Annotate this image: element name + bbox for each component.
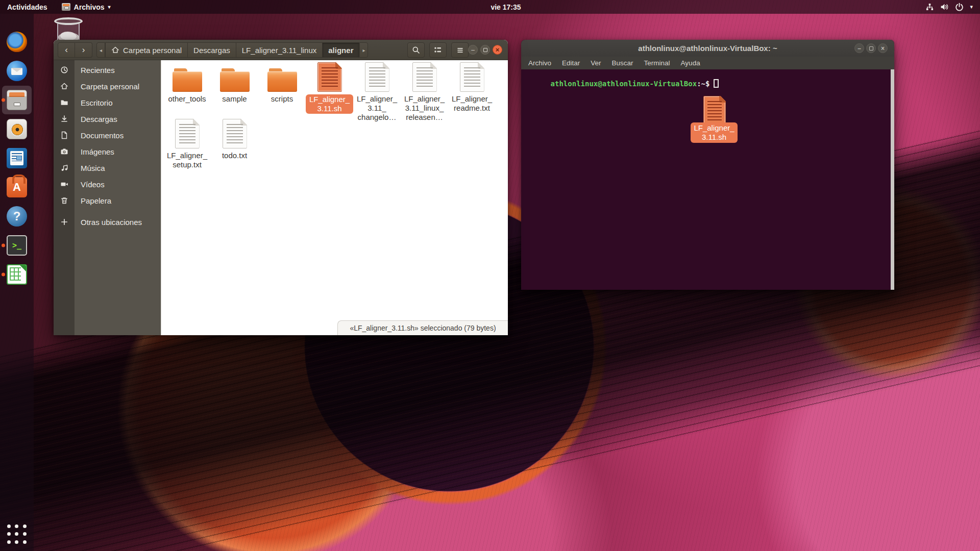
text-file-icon bbox=[365, 62, 389, 92]
volume-icon bbox=[940, 3, 949, 11]
dragged-file-label: LF_aligner_ 3.11.sh bbox=[691, 122, 738, 143]
folder-icon bbox=[220, 68, 250, 92]
shell-prompt: athlonlinux@athlonlinux-VirtualBox:~$ bbox=[525, 71, 719, 96]
sidebar-item-descargas[interactable]: Descargas bbox=[54, 111, 161, 127]
document-icon bbox=[54, 131, 75, 139]
terminal-title: athlonlinux@athlonlinux-VirtualBox: ~ bbox=[638, 44, 777, 53]
home-icon bbox=[111, 46, 119, 54]
text-file-icon bbox=[412, 62, 437, 92]
home-icon bbox=[54, 82, 75, 90]
close-button[interactable]: × bbox=[493, 45, 502, 55]
file-item-setup[interactable]: LF_aligner_ setup.txt bbox=[163, 119, 211, 169]
libreoffice-calc-icon bbox=[7, 264, 27, 285]
sidebar-item-carpeta-personal[interactable]: Carpeta personal bbox=[54, 78, 161, 94]
show-applications-button[interactable] bbox=[6, 523, 28, 545]
status-bar: «LF_aligner_3.11.sh» seleccionado (79 by… bbox=[337, 320, 508, 335]
clock[interactable]: vie 17:35 bbox=[491, 0, 521, 14]
activities-button[interactable]: Actividades bbox=[0, 0, 55, 14]
menu-terminal[interactable]: Terminal bbox=[644, 59, 670, 67]
app-menu-label: Archivos bbox=[74, 3, 105, 11]
dock-item-libreoffice-calc[interactable] bbox=[5, 262, 29, 287]
breadcrumb-lf-aligner-folder[interactable]: LF_aligner_3.11_linux bbox=[236, 42, 323, 58]
file-item-sample[interactable]: sample bbox=[211, 62, 258, 104]
file-item-lf-aligner-sh-selected[interactable]: LF_aligner_ 3.11.sh bbox=[306, 62, 353, 114]
music-note-icon bbox=[54, 164, 75, 172]
folder-icon bbox=[267, 68, 297, 92]
dock: A ? >_ bbox=[0, 14, 34, 551]
files-app-icon bbox=[62, 3, 70, 11]
terminal-scrollbar[interactable] bbox=[891, 69, 894, 290]
back-button[interactable]: ‹ bbox=[58, 42, 75, 58]
rhythmbox-icon bbox=[7, 119, 27, 139]
minimize-button[interactable]: – bbox=[468, 45, 478, 55]
breadcrumb-home[interactable]: Carpeta personal bbox=[105, 42, 188, 58]
sidebar-item-imagenes[interactable]: Imágenes bbox=[54, 143, 161, 160]
dock-item-files[interactable] bbox=[5, 88, 29, 112]
forward-button[interactable]: › bbox=[75, 42, 92, 58]
close-button[interactable]: × bbox=[878, 43, 888, 53]
sidebar-item-papelera[interactable]: Papelera bbox=[54, 192, 161, 209]
sidebar-item-musica[interactable]: Música bbox=[54, 160, 161, 176]
terminal-titlebar[interactable]: athlonlinux@athlonlinux-VirtualBox: ~ – … bbox=[521, 40, 894, 57]
file-item-readme[interactable]: LF_aligner_ readme.txt bbox=[448, 62, 496, 113]
dock-item-terminal[interactable]: >_ bbox=[5, 233, 29, 258]
path-scroll-right-button[interactable]: ▸ bbox=[359, 42, 368, 58]
terminal-content[interactable]: athlonlinux@athlonlinux-VirtualBox:~$ LF… bbox=[521, 69, 894, 290]
sidebar-item-otras-ubicaciones[interactable]: Otras ubicaciones bbox=[54, 214, 161, 230]
plus-icon bbox=[54, 218, 75, 226]
dock-item-thunderbird[interactable] bbox=[5, 59, 29, 83]
files-headerbar: ‹ › ◂ Carpeta personal Descargas LF_alig… bbox=[54, 40, 508, 60]
power-icon bbox=[955, 3, 964, 11]
files-window: ‹ › ◂ Carpeta personal Descargas LF_alig… bbox=[54, 40, 508, 335]
terminal-cursor bbox=[714, 79, 719, 88]
thunderbird-icon bbox=[7, 61, 27, 81]
folder-icon bbox=[54, 98, 75, 107]
dock-item-libreoffice-writer[interactable] bbox=[5, 146, 29, 170]
window-menu-button[interactable] bbox=[451, 42, 469, 58]
path-scroll-left-button[interactable]: ◂ bbox=[96, 42, 105, 58]
chevron-down-icon: ▾ bbox=[108, 4, 111, 10]
dock-item-ubuntu-software[interactable]: A bbox=[5, 175, 29, 199]
breadcrumb-descargas[interactable]: Descargas bbox=[188, 42, 236, 58]
file-item-releasenotes[interactable]: LF_aligner_ 3.11_linux_ releasen… bbox=[401, 62, 448, 122]
maximize-button[interactable] bbox=[866, 43, 876, 53]
sidebar-item-documentos[interactable]: Documentos bbox=[54, 127, 161, 143]
file-item-scripts[interactable]: scripts bbox=[258, 62, 306, 104]
sidebar-item-recientes[interactable]: Recientes bbox=[54, 62, 161, 78]
trash-icon bbox=[54, 196, 75, 205]
menu-buscar[interactable]: Buscar bbox=[612, 59, 633, 67]
libreoffice-writer-icon bbox=[7, 148, 27, 168]
hamburger-menu-icon bbox=[456, 46, 464, 54]
text-file-icon bbox=[175, 119, 200, 148]
breadcrumb-aligner-current[interactable]: aligner bbox=[323, 42, 359, 58]
ubuntu-software-icon: A bbox=[7, 177, 27, 197]
dragged-file-icon[interactable] bbox=[703, 96, 726, 123]
menu-ver[interactable]: Ver bbox=[591, 59, 601, 67]
minimize-button[interactable]: – bbox=[854, 43, 864, 53]
top-bar: Actividades Archivos ▾ vie 17:35 ▾ bbox=[0, 0, 980, 14]
dock-item-help[interactable]: ? bbox=[5, 204, 29, 229]
camera-icon bbox=[54, 147, 75, 156]
maximize-button[interactable] bbox=[480, 45, 490, 55]
file-item-todo[interactable]: todo.txt bbox=[211, 119, 258, 160]
search-button[interactable] bbox=[407, 42, 425, 58]
file-item-other-tools[interactable]: other_tools bbox=[163, 62, 211, 104]
menu-editar[interactable]: Editar bbox=[562, 59, 580, 67]
menu-archivo[interactable]: Archivo bbox=[528, 59, 551, 67]
network-icon bbox=[925, 3, 934, 11]
files-sidebar: Recientes Carpeta personal Escritorio De… bbox=[54, 60, 161, 335]
sidebar-item-escritorio[interactable]: Escritorio bbox=[54, 94, 161, 111]
sidebar-item-videos[interactable]: Vídeos bbox=[54, 176, 161, 192]
dock-item-rhythmbox[interactable] bbox=[5, 117, 29, 141]
terminal-menubar: Archivo Editar Ver Buscar Terminal Ayuda bbox=[521, 57, 894, 69]
file-item-changelog[interactable]: LF_aligner_ 3.11_ changelo… bbox=[353, 62, 401, 122]
dock-item-firefox[interactable] bbox=[5, 30, 29, 54]
text-file-icon bbox=[223, 119, 247, 148]
view-toggle-button[interactable] bbox=[429, 42, 447, 58]
app-menu-button[interactable]: Archivos ▾ bbox=[55, 0, 118, 14]
path-bar: ◂ Carpeta personal Descargas LF_aligner_… bbox=[96, 42, 368, 58]
system-status-area[interactable]: ▾ bbox=[921, 0, 977, 14]
chevron-down-icon: ▾ bbox=[970, 4, 973, 10]
menu-ayuda[interactable]: Ayuda bbox=[681, 59, 700, 67]
clock-icon bbox=[54, 66, 75, 74]
